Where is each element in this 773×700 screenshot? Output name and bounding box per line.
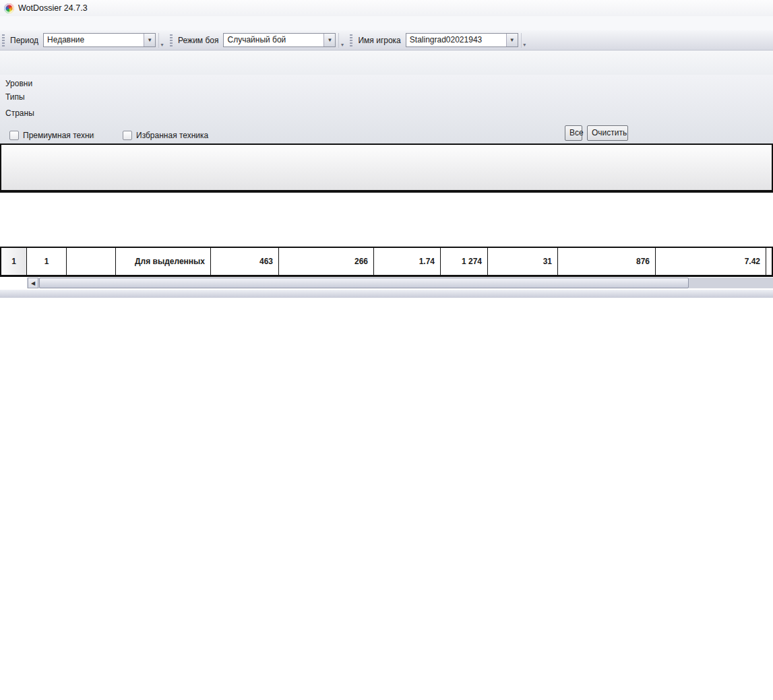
toolbar-overflow-icon[interactable]: ▾ [338, 33, 345, 48]
toolbar-grip-icon[interactable] [350, 34, 352, 46]
summary-row-number: 1 [1, 248, 27, 275]
summary-icon-cell [67, 248, 116, 275]
countries-label: Страны [0, 108, 110, 118]
scroll-left-icon[interactable]: ◀ [28, 278, 38, 288]
battle-mode-select[interactable]: Случайный бой ▼ [223, 33, 336, 47]
select-all-button[interactable]: Все [565, 125, 582, 141]
menu-bar [0, 16, 773, 30]
types-label: Типы [0, 92, 110, 102]
window-title: WotDossier 24.7.3 [18, 3, 88, 13]
summary-cut-cell [766, 248, 772, 275]
toolbar-grip-icon[interactable] [2, 34, 5, 46]
summary-max-damage: 1 274 [441, 248, 488, 275]
toolbar-overflow-icon[interactable]: ▾ [158, 33, 165, 48]
period-select[interactable]: Недавние ▼ [43, 33, 156, 47]
premium-label: Премиумная техника [23, 131, 94, 140]
favorite-label: Избранная техника [136, 131, 208, 140]
toolbar-overflow-icon[interactable]: ▾ [521, 33, 528, 48]
period-label: Период [8, 36, 43, 45]
status-bar [0, 289, 773, 298]
toolbar: Период Недавние ▼ ▾ Режим боя Случайный … [0, 30, 773, 51]
toolbar-grip-icon[interactable] [170, 34, 173, 46]
summary-label: Для выделенных [116, 248, 211, 275]
summary-damage-per-shot: 31 [488, 248, 558, 275]
period-value: Недавние [44, 34, 144, 46]
summary-avg-damage: 463 [211, 248, 279, 275]
table-empty-area [0, 193, 773, 247]
battle-mode-value: Случайный бой [224, 34, 323, 46]
table-header-row [1, 145, 772, 192]
period-group: Период Недавние ▼ ▾ [0, 32, 166, 49]
summary-avg-received: 266 [279, 248, 374, 275]
tab-bar [0, 51, 773, 75]
player-name-select[interactable]: Stalingrad02021943 ▼ [406, 33, 518, 47]
chevron-down-icon[interactable]: ▼ [144, 34, 155, 46]
player-name-label: Имя игрока [356, 36, 405, 45]
summary-level: 1 [27, 248, 67, 275]
player-name-value: Stalingrad02021943 [406, 34, 506, 46]
filter-panel: Уровни Типы Страны Премиумная техника Из… [0, 75, 773, 144]
chevron-down-icon[interactable]: ▼ [323, 34, 335, 46]
chevron-down-icon[interactable]: ▼ [506, 34, 518, 46]
levels-label: Уровни [0, 79, 110, 88]
scrollbar-thumb[interactable] [39, 278, 689, 288]
battle-mode-group: Режим боя Случайный бой ▼ ▾ [168, 32, 346, 49]
premium-checkbox[interactable] [9, 131, 19, 140]
summary-row: 1 1 Для выделенных 463 266 1.74 1 274 31… [0, 247, 773, 277]
summary-avg-spotting-damage: 7.42 [656, 248, 766, 275]
summary-spotting-damage: 876 [558, 248, 656, 275]
horizontal-scrollbar[interactable]: ◀ [0, 277, 773, 289]
player-name-group: Имя игрока Stalingrad02021943 ▼ ▾ [348, 32, 528, 49]
app-logo-icon [4, 3, 14, 13]
summary-damage-ratio: 1.74 [374, 248, 441, 275]
favorite-checkbox[interactable] [123, 131, 132, 140]
stats-table [0, 144, 773, 193]
title-bar: WotDossier 24.7.3 [0, 0, 773, 16]
clear-button[interactable]: Очистить [587, 125, 628, 141]
battle-mode-label: Режим боя [176, 36, 223, 45]
